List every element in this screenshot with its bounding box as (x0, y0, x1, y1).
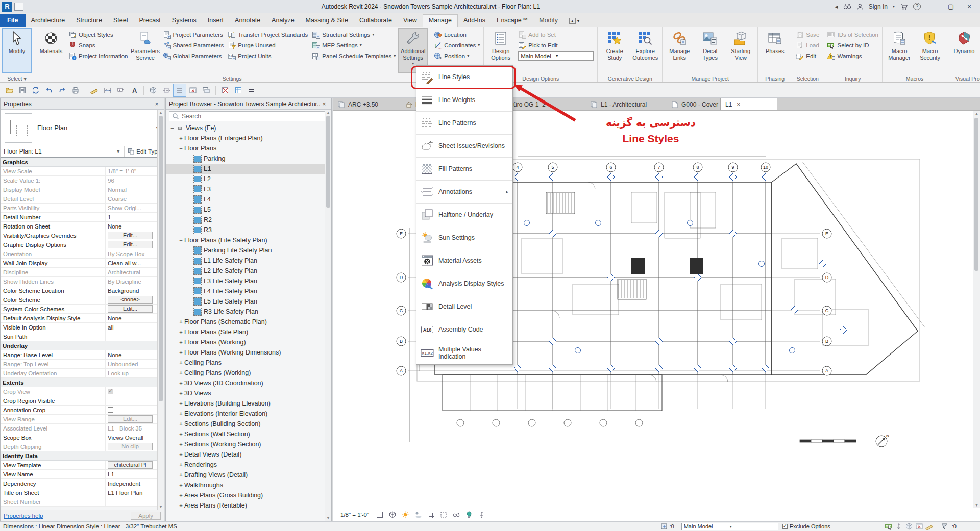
main-model-select[interactable]: Main Model▾ (518, 51, 594, 61)
tree-expander[interactable]: + (178, 339, 184, 345)
tree-item-r3-life-safety-plan[interactable]: R3 Life Safety Plan (166, 307, 331, 317)
section-header-identity-data[interactable]: Identity Data▴ (1, 451, 164, 461)
qat-window-icon[interactable] (14, 3, 23, 11)
section-icon[interactable] (160, 84, 173, 96)
ribbon-tab-systems[interactable]: Systems (166, 15, 202, 27)
tree-item-sections-working-section-[interactable]: +Sections (Working Section) (166, 439, 331, 449)
active-design-option-select[interactable]: Main Model▾ (681, 523, 778, 530)
view-tab-g000-cover[interactable]: G000 - Cover (666, 99, 720, 110)
property-value[interactable]: Normal (105, 185, 164, 194)
browser-search-box[interactable] (169, 111, 328, 121)
ribbon-tab-add-ins[interactable]: Add-Ins (458, 15, 491, 27)
open-icon[interactable] (3, 84, 15, 96)
tree-item-l5[interactable]: L5 (166, 205, 331, 215)
property-value[interactable]: 1/8" = 1'-0" (105, 167, 164, 175)
tree-expander[interactable]: + (178, 472, 184, 478)
property-value[interactable] (105, 396, 164, 405)
select-by-id-button[interactable]: Select by ID (825, 40, 880, 50)
structural-settings-button[interactable]: Structural Settings▾ (310, 29, 397, 40)
menu-item-material-assets[interactable]: Material Assets (416, 249, 512, 272)
menu-item-analysis-display-styles[interactable]: Analysis Display Styles (416, 272, 512, 295)
property-value[interactable]: <none> (105, 295, 164, 304)
ribbon-tab-structure[interactable]: Structure (70, 15, 108, 27)
tree-expander[interactable]: + (178, 421, 184, 427)
hidewin-control-icon[interactable] (451, 509, 462, 520)
property-value[interactable]: Show Origi... (105, 204, 164, 212)
property-edit-button[interactable]: chitectural Pl (108, 461, 153, 469)
tree-item-l1-life-safety-plan[interactable]: L1 Life Safety Plan (166, 256, 331, 266)
sign-in-caret-icon[interactable]: ▾ (893, 4, 895, 9)
menu-item-assembly-code[interactable]: A10Assembly Code (416, 318, 512, 341)
explore-button[interactable]: Explore Outcomes (630, 28, 660, 73)
decal-button[interactable]: Decal Types (695, 28, 725, 73)
property-value[interactable]: Edit... (105, 415, 164, 423)
aligndim-icon[interactable] (102, 84, 114, 96)
warnings-button[interactable]: !Warnings (825, 50, 880, 61)
exclude-options-checkbox[interactable]: Exclude Options (782, 523, 830, 529)
snaps-button[interactable]: Snaps (67, 40, 130, 50)
create-button[interactable]: Create Study (600, 28, 629, 73)
property-edit-button[interactable]: Edit... (108, 415, 153, 423)
deactivate-icon[interactable] (219, 84, 231, 96)
ribbon-tab-manage[interactable]: Manage (423, 14, 458, 27)
dynamo-button[interactable]: Dynamo (949, 28, 979, 73)
property-value[interactable]: L1 Floor Plan (105, 488, 164, 497)
sync-icon[interactable] (30, 84, 42, 96)
sunv-control-icon[interactable] (400, 509, 411, 520)
ribbon-tab-insert[interactable]: Insert (202, 15, 229, 27)
property-value[interactable]: Architectural (105, 268, 164, 276)
minimize-button[interactable]: – (926, 3, 939, 10)
measure-icon[interactable] (88, 84, 101, 96)
property-value[interactable]: 1 (105, 213, 164, 221)
tag-icon[interactable]: 1 (115, 84, 127, 96)
property-value[interactable]: all (105, 323, 164, 332)
tree-item-l4[interactable]: L4 (166, 194, 331, 205)
tree-item-floor-plans[interactable]: −Floor Plans (166, 143, 331, 154)
ribbon-tab-collaborate[interactable]: Collaborate (354, 15, 398, 27)
global-parameters-button[interactable]: Global Parameters (161, 50, 226, 61)
ribbon-tab-modify[interactable]: Modify (533, 15, 564, 27)
tree-expander[interactable]: + (178, 329, 184, 335)
view3d-icon[interactable] (147, 84, 159, 96)
selection-toggle-view3d-icon[interactable] (905, 522, 913, 530)
tree-item-r2[interactable]: R2 (166, 215, 331, 225)
property-value[interactable] (105, 406, 164, 414)
thinlines-icon[interactable] (174, 84, 186, 96)
property-checkbox[interactable] (108, 398, 113, 403)
properties-close-icon[interactable]: × (153, 100, 161, 108)
property-value[interactable]: L1 - Block 35 (105, 424, 164, 433)
menu-item-sun-settings[interactable]: Sun Settings (416, 226, 512, 249)
selection-toggle-closewin-icon[interactable] (915, 522, 923, 530)
pick-to-edit-button[interactable]: Pick to Edit (517, 40, 595, 50)
view-selector[interactable]: Floor Plan: L1 (1, 148, 116, 155)
ribbon-tab-file[interactable]: File (0, 14, 26, 27)
project-browser-close-icon[interactable]: × (320, 100, 328, 108)
manage-button[interactable]: Manage Links (665, 28, 694, 73)
macro-button[interactable]: Macro Manager (885, 28, 914, 73)
tree-expander[interactable]: + (178, 400, 184, 407)
tree-expander[interactable]: − (169, 125, 176, 131)
tree-expander[interactable]: + (178, 349, 184, 356)
ribbon-tab-steel[interactable]: Steel (108, 15, 134, 27)
ribbon-tab-precast[interactable]: Precast (133, 15, 166, 27)
properties-help-link[interactable]: Properties help (4, 513, 43, 519)
menu-item-sheet-issues-revisions[interactable]: Sheet Issues/Revisions (416, 135, 512, 158)
tree-expander[interactable]: + (178, 135, 184, 141)
redo-icon[interactable] (56, 84, 68, 96)
visual-control-icon[interactable] (374, 509, 385, 520)
ribbon-tab-analyze[interactable]: Analyze (266, 15, 300, 27)
ribbon-tab-massing-site[interactable]: Massing & Site (300, 15, 354, 27)
property-edit-button[interactable]: Edit... (108, 241, 153, 248)
restore-button[interactable]: ▢ (944, 3, 958, 10)
ribbon-tab-view[interactable]: View (398, 15, 423, 27)
macro-button[interactable]: !Macro Security (915, 28, 945, 73)
property-value[interactable]: None (105, 222, 164, 231)
tree-item-renderings[interactable]: +Renderings (166, 460, 331, 470)
section-header-extents[interactable]: Extents▴ (1, 378, 164, 387)
tree-item-elevations-interior-elevation-[interactable]: +Elevations (Interior Elevation) (166, 409, 331, 419)
tree-item-floor-plans-schematic-plan-[interactable]: +Floor Plans (Schematic Plan) (166, 317, 331, 327)
section-header-underlay[interactable]: Underlay▴ (1, 341, 164, 350)
showcrop-control-icon[interactable] (438, 509, 449, 520)
tree-expander[interactable]: + (178, 431, 184, 437)
property-value[interactable]: chitectural Pl (105, 461, 164, 469)
